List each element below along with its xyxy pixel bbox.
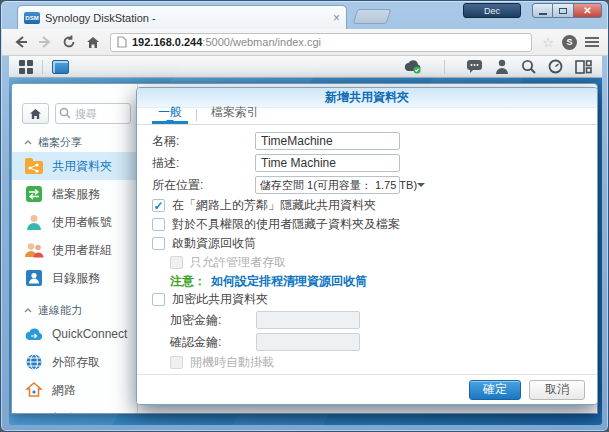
admin-only-checkbox-row: 只允許管理者存取 bbox=[152, 253, 581, 272]
forward-icon bbox=[38, 36, 52, 48]
home-icon bbox=[29, 108, 42, 120]
shared-folder-icon bbox=[24, 156, 44, 176]
checkbox-label: 啟動資源回收筒 bbox=[172, 235, 256, 252]
name-field[interactable] bbox=[255, 132, 400, 150]
back-button[interactable] bbox=[10, 32, 32, 52]
encryption-key-field bbox=[256, 311, 360, 329]
menu-icon[interactable] bbox=[585, 35, 599, 49]
recycle-bin-checkbox[interactable] bbox=[152, 237, 165, 250]
dialog-footer: 確定 取消 bbox=[137, 374, 597, 404]
recycle-bin-checkbox-row: 啟動資源回收筒 bbox=[152, 234, 581, 253]
sidebar-search[interactable] bbox=[55, 103, 131, 124]
sidebar-item-group[interactable]: 使用者群組 bbox=[12, 236, 137, 264]
sidebar-section-file-sharing[interactable]: 檔案分享 bbox=[12, 132, 137, 152]
tab-file-indexing[interactable]: 檔案索引 bbox=[205, 104, 265, 124]
user-account-icon bbox=[24, 212, 44, 232]
file-services-icon bbox=[24, 184, 44, 204]
sidebar-item-user[interactable]: 使用者帳號 bbox=[12, 208, 137, 236]
dsm-desktop: 檔案分享 共用資料夾 檔案服務 bbox=[9, 78, 602, 425]
quickconnect-icon bbox=[24, 324, 44, 344]
item-label: 共用資料夾 bbox=[52, 158, 112, 175]
recycle-schedule-link[interactable]: 如何設定排程清理資源回收筒 bbox=[211, 273, 367, 290]
hide-subfolders-checkbox[interactable] bbox=[152, 218, 165, 231]
network-icon bbox=[24, 380, 44, 400]
maximize-button[interactable] bbox=[553, 3, 574, 18]
encryption-key-row: 加密金鑰: bbox=[152, 309, 581, 331]
window-controls: ✕ bbox=[532, 3, 602, 18]
browser-toolbar: 192.168.0.244:5000/webman/index.cgi ☆ S bbox=[2, 29, 609, 56]
sidebar-home-button[interactable] bbox=[22, 103, 49, 124]
pilot-view-icon[interactable] bbox=[548, 59, 563, 74]
checkbox-label: 開機時自動掛載 bbox=[190, 354, 274, 371]
cancel-button[interactable]: 取消 bbox=[529, 380, 585, 400]
location-value: 儲存空間 1(可用容量： 1.75 TB) bbox=[260, 178, 417, 193]
section-label: 連線能力 bbox=[38, 303, 82, 318]
encrypt-checkbox[interactable] bbox=[152, 293, 165, 306]
new-tab-button[interactable] bbox=[353, 9, 392, 24]
tab-close-icon[interactable]: × bbox=[333, 12, 340, 24]
control-panel-taskbar-icon[interactable] bbox=[52, 60, 69, 74]
external-access-icon bbox=[24, 352, 44, 372]
home-button[interactable] bbox=[82, 32, 104, 52]
item-label: 無線 bbox=[52, 410, 76, 415]
location-label: 所在位置: bbox=[152, 177, 255, 194]
name-label: 名稱: bbox=[152, 133, 255, 150]
main-menu-icon[interactable] bbox=[19, 60, 33, 74]
taskbar-divider bbox=[42, 60, 43, 74]
name-row: 名稱: bbox=[152, 130, 581, 152]
sidebar-item-file-services[interactable]: 檔案服務 bbox=[12, 180, 137, 208]
bookmark-star-icon[interactable]: ☆ bbox=[542, 35, 554, 50]
home-icon bbox=[86, 36, 100, 49]
browser-window: DSM Synology DiskStation - × Dec ✕ 192.1… bbox=[0, 0, 609, 432]
description-label: 描述: bbox=[152, 155, 255, 172]
auto-mount-checkbox bbox=[170, 356, 183, 369]
item-label: 網路 bbox=[52, 382, 76, 399]
sidebar-item-shared-folder[interactable]: 共用資料夾 bbox=[12, 152, 137, 180]
close-button[interactable]: ✕ bbox=[574, 3, 602, 18]
sidebar-section-connectivity[interactable]: 連線能力 bbox=[12, 300, 137, 320]
checkbox-label: 只允許管理者存取 bbox=[190, 254, 286, 271]
checkbox-label: 加密此共用資料夾 bbox=[172, 291, 268, 308]
search-icon bbox=[59, 107, 71, 119]
tab-divider bbox=[196, 109, 197, 121]
minimize-button[interactable] bbox=[532, 3, 553, 18]
item-label: 使用者帳號 bbox=[52, 214, 112, 231]
location-select[interactable]: 儲存空間 1(可用容量： 1.75 TB) bbox=[255, 176, 400, 194]
back-icon bbox=[14, 36, 28, 48]
confirm-key-label: 確認金鑰: bbox=[170, 334, 256, 351]
encrypt-checkbox-row: 加密此共用資料夾 bbox=[152, 290, 581, 309]
reload-button[interactable] bbox=[58, 32, 80, 52]
ok-button[interactable]: 確定 bbox=[469, 380, 521, 400]
tab-title: Synology DiskStation - bbox=[45, 12, 329, 24]
tab-general[interactable]: 一般 bbox=[152, 104, 188, 124]
checkbox-label: 在「網路上的芳鄰」隱藏此共用資料夾 bbox=[172, 197, 376, 214]
item-label: 檔案服務 bbox=[52, 186, 100, 203]
description-row: 描述: bbox=[152, 152, 581, 174]
item-label: 外部存取 bbox=[52, 354, 100, 371]
sidebar-item-directory-service[interactable]: 目錄服務 bbox=[12, 264, 137, 292]
sidebar-item-external-access[interactable]: 外部存取 bbox=[12, 348, 137, 376]
chevron-down-icon bbox=[417, 183, 425, 191]
widgets-icon[interactable] bbox=[575, 60, 592, 74]
dsm-desktop-viewport: 檔案分享 共用資料夾 檔案服務 bbox=[9, 56, 602, 425]
item-label: 使用者群組 bbox=[52, 242, 112, 259]
sidebar-item-network[interactable]: 網路 bbox=[12, 376, 137, 404]
sidebar-item-quickconnect[interactable]: QuickConnect bbox=[12, 320, 137, 348]
browser-tab[interactable]: DSM Synology DiskStation - × bbox=[17, 5, 347, 29]
dialog-tabs: 一般 檔案索引 bbox=[137, 108, 597, 125]
address-bar[interactable]: 192.168.0.244:5000/webman/index.cgi bbox=[110, 33, 532, 52]
wireless-icon bbox=[24, 408, 44, 414]
extension-icon[interactable]: S bbox=[562, 35, 577, 50]
forward-button[interactable] bbox=[34, 32, 56, 52]
hide-network-checkbox[interactable]: ✓ bbox=[152, 199, 165, 212]
note-prefix: 注意： bbox=[170, 273, 206, 290]
user-group-icon bbox=[24, 240, 44, 260]
cloud-sync-icon[interactable] bbox=[403, 59, 423, 74]
description-field[interactable] bbox=[255, 154, 400, 172]
sidebar-item-wireless[interactable]: 無線 bbox=[12, 404, 137, 414]
confirm-key-field bbox=[256, 333, 360, 351]
browser-titlebar: DSM Synology DiskStation - × Dec ✕ bbox=[1, 1, 608, 29]
chevron-up-icon bbox=[24, 140, 32, 145]
control-panel-sidebar: 檔案分享 共用資料夾 檔案服務 bbox=[12, 84, 138, 413]
create-shared-folder-dialog: 新增共用資料夾 一般 檔案索引 名稱: 描述: bbox=[136, 87, 598, 405]
